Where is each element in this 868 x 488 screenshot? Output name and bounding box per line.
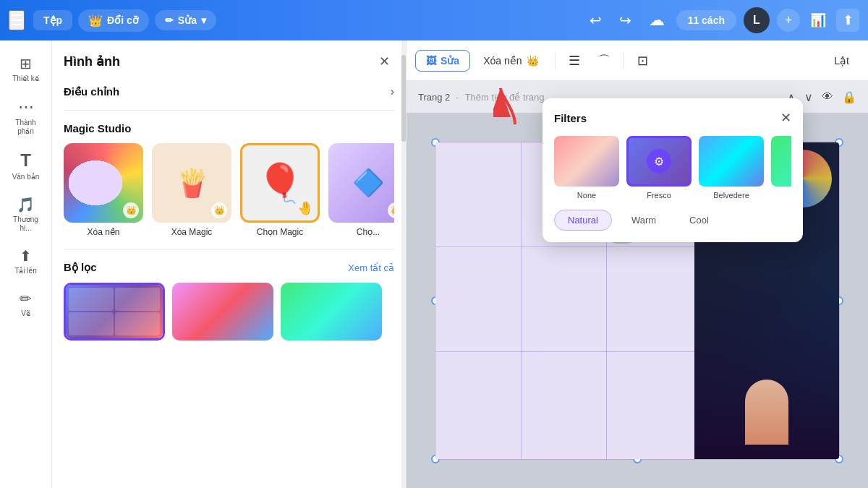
- crown-badge: 👑: [388, 202, 394, 218]
- magic-item-label: Chọ...: [357, 227, 380, 237]
- grid-line: [435, 351, 694, 352]
- filter-item-4[interactable]: [771, 136, 791, 200]
- sidebar-item-label: Thiết kế: [12, 74, 38, 83]
- main-layout: ⊞ Thiết kế ⋯ Thành phần T Văn bản 🎵 Thươ…: [0, 40, 868, 488]
- sua-button[interactable]: ✏ Sửa ▾: [155, 10, 216, 30]
- sidebar-item-thuong-hieu[interactable]: 🎵 Thương hi...: [4, 190, 48, 239]
- bo-loc-title: Bộ lọc: [64, 261, 97, 274]
- tone-warm-button[interactable]: Warm: [618, 210, 670, 231]
- magic-item-xoa-nen[interactable]: 👑 Xóa nền: [64, 143, 143, 237]
- stats-button[interactable]: 📊: [807, 9, 829, 31]
- sidebar-item-label: Vẽ: [21, 309, 30, 318]
- grid-line: [521, 142, 522, 459]
- menu-icon[interactable]: ☰: [9, 10, 25, 30]
- tone-natural-button[interactable]: Natural: [554, 210, 612, 231]
- nav-right: 11 cách L + 📊 ⬆: [676, 7, 859, 33]
- crown-badge: 👑: [123, 202, 139, 218]
- add-button[interactable]: +: [777, 9, 800, 32]
- sidebar-item-thiet-ke[interactable]: ⊞ Thiết kế: [4, 49, 48, 89]
- tai-len-icon: ⬆: [20, 247, 32, 265]
- image-toolbar: 🖼 Sửa Xóa nền 👑 ☰ ⌒ ⊡ Lật: [407, 40, 868, 81]
- bo-loc-grid: [64, 283, 394, 341]
- cursor-badge: 🤚: [297, 200, 313, 216]
- bo-loc-item-3[interactable]: [281, 283, 382, 341]
- toolbar-menu-button[interactable]: ☰: [561, 48, 587, 73]
- thanh-phan-icon: ⋯: [18, 98, 34, 116]
- tone-cool-button[interactable]: Cool: [676, 210, 723, 231]
- divider-2: [64, 249, 394, 249]
- toolbar-lat-button[interactable]: Lật: [824, 51, 859, 71]
- sidebar-item-tai-len[interactable]: ⬆ Tải lên: [4, 241, 48, 281]
- pencil-icon: ✏: [165, 14, 174, 26]
- chevron-right-icon: ›: [391, 85, 394, 98]
- left-icon-bar: ⊞ Thiết kế ⋯ Thành phần T Văn bản 🎵 Thươ…: [0, 40, 52, 488]
- left-panel: Hình ảnh ✕ Điều chỉnh › Magic Studio 👑 X…: [52, 40, 407, 488]
- doi-co-button[interactable]: 👑 Đổi cỡ: [78, 9, 149, 32]
- xem-tat-ca-link[interactable]: Xem tất cả: [348, 262, 394, 273]
- filter-label-none: None: [577, 191, 596, 200]
- eleven-cach-button[interactable]: 11 cách: [676, 10, 736, 30]
- divider: [64, 110, 394, 111]
- filter-settings-icon: ⚙: [647, 149, 671, 174]
- sidebar-item-label: Thành phần: [7, 119, 45, 136]
- page-trang: Trang 2: [418, 92, 450, 103]
- panel-close-button[interactable]: ✕: [375, 52, 394, 71]
- page-lock-icon[interactable]: 🔒: [842, 90, 856, 104]
- bo-loc-item-2[interactable]: [172, 283, 273, 341]
- tep-button[interactable]: Tệp: [33, 10, 72, 30]
- redo-button[interactable]: ↪: [613, 9, 637, 32]
- filters-close-button[interactable]: ✕: [780, 110, 791, 126]
- toolbar-corner-button[interactable]: ⌒: [590, 48, 618, 74]
- panel-header: Hình ảnh ✕: [64, 52, 394, 71]
- bo-loc-header: Bộ lọc Xem tất cả: [64, 261, 394, 274]
- undo-button[interactable]: ↩: [584, 9, 608, 32]
- magic-item-xoa-magic[interactable]: 🍟 👑 Xóa Magic: [152, 143, 231, 237]
- magic-item-label: Xóa Magic: [171, 227, 213, 237]
- sidebar-item-van-ban[interactable]: T Văn bản: [4, 145, 48, 187]
- sidebar-item-label: Thương hi...: [7, 215, 45, 233]
- scroll-track: [401, 40, 406, 488]
- page-them-tieu-de: Thêm tiêu đề trang: [465, 92, 545, 103]
- filter-thumb-none: [554, 136, 619, 187]
- filter-item-belvedere[interactable]: Belvedere: [699, 136, 764, 200]
- page-eye-icon[interactable]: 👁: [822, 90, 833, 103]
- sidebar-item-thanh-phan[interactable]: ⋯ Thành phần: [4, 92, 48, 142]
- magic-thumb-chon-magic: 🎈 🤚: [240, 143, 320, 223]
- scroll-thumb[interactable]: [401, 55, 406, 142]
- filters-title: Filters: [554, 112, 587, 124]
- thiet-ke-icon: ⊞: [20, 55, 32, 72]
- filter-item-none[interactable]: None: [554, 136, 619, 200]
- magic-item-label: Xóa nền: [87, 227, 119, 237]
- toolbar-sua-button[interactable]: 🖼 Sửa: [415, 50, 470, 72]
- page-dash: -: [456, 92, 459, 103]
- toolbar-crop-button[interactable]: ⊡: [630, 48, 655, 73]
- filter-icon-overlay: ⚙: [629, 138, 689, 184]
- sidebar-item-label: Tải lên: [14, 267, 36, 275]
- sidebar-item-ve[interactable]: ✏ Vẽ: [4, 284, 48, 324]
- bo-loc-item-1[interactable]: [64, 283, 165, 341]
- magic-item-cho[interactable]: 🔷 👑 Chọ...: [328, 143, 394, 237]
- crown-badge: 👑: [211, 202, 227, 218]
- magic-thumb-xoa-magic: 🍟 👑: [152, 143, 231, 223]
- filter-label-fresco: Fresco: [647, 191, 671, 200]
- magic-item-chon-magic[interactable]: 🎈 🤚 Chọn Magic: [240, 143, 320, 237]
- toolbar-xoa-nen-button[interactable]: Xóa nền 👑: [473, 51, 548, 71]
- filters-popup: Filters ✕ None ⚙ Fresco: [542, 98, 803, 242]
- dieu-chinh-section[interactable]: Điều chỉnh ›: [64, 85, 394, 98]
- filter-thumb-4: [771, 136, 791, 187]
- cloud-button[interactable]: ☁: [643, 8, 671, 33]
- tone-buttons: Natural Warm Cool: [554, 210, 791, 231]
- magic-thumb-cho: 🔷 👑: [328, 143, 394, 223]
- filters-grid: None ⚙ Fresco Belvedere: [554, 136, 791, 200]
- toolbar-right: Lật: [824, 51, 859, 71]
- share-button[interactable]: ⬆: [836, 9, 859, 32]
- filter-thumb-fresco: ⚙: [626, 136, 692, 187]
- van-ban-icon: T: [20, 150, 31, 171]
- page-down-arrow[interactable]: ∨: [804, 90, 813, 104]
- top-nav: ☰ Tệp 👑 Đổi cỡ ✏ Sửa ▾ ↩ ↪ ☁ 11 cách L +…: [0, 0, 868, 40]
- grid-line: [435, 247, 694, 247]
- magic-studio-grid: 👑 Xóa nền 🍟 👑 Xóa Magic 🎈 🤚 Chọn Magic: [64, 143, 394, 237]
- filter-item-fresco[interactable]: ⚙ Fresco: [626, 136, 692, 200]
- avatar-button[interactable]: L: [744, 7, 770, 33]
- crown-icon: 👑: [88, 14, 103, 27]
